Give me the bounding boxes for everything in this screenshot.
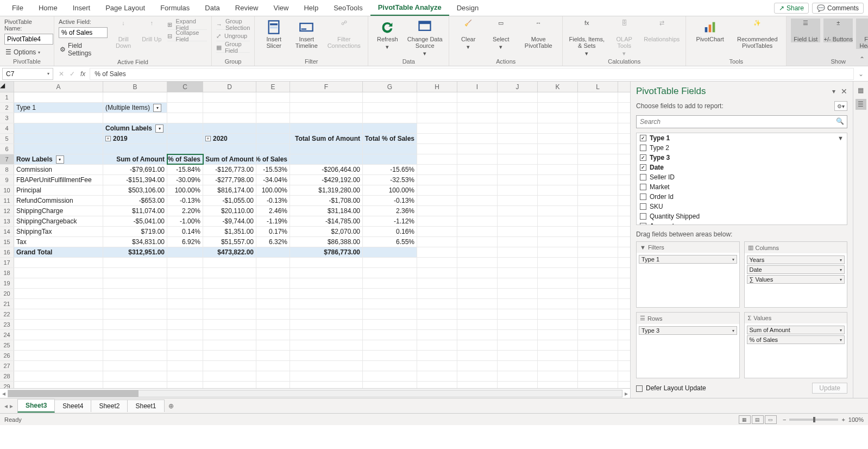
cell[interactable] [578,216,618,226]
col-header-J[interactable]: J [498,82,538,92]
cell[interactable] [14,320,103,329]
cell[interactable] [417,227,457,236]
col-header-I[interactable]: I [457,82,498,92]
cell[interactable] [538,154,578,164]
cell[interactable]: Sum of Amount [103,154,167,164]
cell[interactable]: -0.13% [363,196,417,205]
row-header[interactable]: 26 [0,351,14,360]
cell[interactable]: $1,319,280.00 [290,185,363,195]
cell[interactable] [538,237,578,247]
row-header[interactable]: 12 [0,206,14,216]
new-sheet-button[interactable]: ⊕ [164,400,178,412]
field-item[interactable]: Order Id [637,192,847,202]
cell[interactable] [167,123,203,133]
cell[interactable] [538,268,578,278]
worksheet-grid[interactable]: ◢ A B C D E F G H I J K L 12Type 1(Multi… [0,82,630,398]
cell[interactable]: $719.00 [103,227,167,236]
cell[interactable] [363,320,417,329]
cell[interactable] [498,299,538,309]
cell[interactable]: Commission [14,165,103,174]
cell[interactable] [167,351,203,360]
cell[interactable] [457,237,498,247]
row-header[interactable]: 3 [0,113,14,123]
cell[interactable] [578,382,618,388]
cell[interactable] [538,340,578,350]
cell[interactable] [256,278,290,288]
cell[interactable] [498,237,538,247]
defer-layout-checkbox[interactable]: Defer Layout Update [636,384,706,392]
field-pane-menu-icon[interactable]: ▾ [832,88,835,95]
tab-seotools[interactable]: SeoTools [326,1,370,15]
col-labels-dropdown[interactable]: ▾ [155,124,163,133]
share-button[interactable]: ↗Share [774,3,809,14]
field-pane-gear-button[interactable]: ⚙▾ [834,101,847,111]
cell[interactable] [203,340,256,350]
cell[interactable] [203,258,256,267]
cell[interactable] [457,309,498,319]
cell[interactable]: -0.13% [256,196,290,205]
cell[interactable]: -$653.00 [103,196,167,205]
cell[interactable] [578,361,618,371]
cell[interactable]: 2.46% [256,206,290,216]
field-filter-icon[interactable]: ▼ [838,135,844,141]
cell[interactable] [363,154,417,164]
checkbox-icon[interactable]: ✓ [640,223,646,225]
cell[interactable] [167,258,203,267]
cell[interactable]: Tax [14,237,103,247]
cell[interactable]: 2.20% [167,206,203,216]
row-header[interactable]: 11 [0,196,14,205]
cell[interactable] [363,258,417,267]
cell[interactable] [578,299,618,309]
row-header[interactable]: 24 [0,330,14,340]
sheet-nav-prev-icon[interactable]: ▸ [10,402,13,410]
sheet-tab-sheet2[interactable]: Sheet2 [91,400,128,412]
cell[interactable] [417,216,457,226]
field-item[interactable]: ✓Type 1▼ [637,133,847,143]
cancel-icon[interactable]: ✕ [59,70,64,78]
cell[interactable] [457,92,498,102]
cell[interactable] [498,103,538,113]
cell[interactable] [538,227,578,236]
row-header[interactable]: 16 [0,247,14,257]
cell[interactable] [578,258,618,267]
cell[interactable] [256,382,290,388]
cell[interactable] [498,309,538,319]
cell[interactable] [417,237,457,247]
cell[interactable] [203,320,256,329]
area-field-pill[interactable]: % of Sales▾ [747,335,845,344]
pivottable-name-input[interactable] [4,34,53,45]
values-area[interactable]: ΣValues Sum of Amount▾% of Sales▾ [744,312,848,378]
cell[interactable] [203,92,256,102]
field-search-input[interactable] [636,115,847,128]
cell[interactable] [538,196,578,205]
cell[interactable] [498,175,538,185]
cell[interactable] [363,371,417,381]
cell[interactable] [457,185,498,195]
cell[interactable] [498,216,538,226]
cell[interactable] [14,92,103,102]
cell[interactable] [578,123,618,133]
select-button[interactable]: ▭Select▾ [486,18,515,51]
zoom-out-button[interactable]: − [783,416,786,423]
cell[interactable] [167,382,203,388]
fields-items-sets-button[interactable]: fxFields, Items, & Sets▾ [567,18,606,57]
cell[interactable] [290,382,363,388]
formula-input[interactable] [90,68,854,80]
cell[interactable] [14,258,103,267]
cell[interactable] [578,144,618,154]
cell[interactable] [457,123,498,133]
cell[interactable] [363,309,417,319]
cell[interactable] [538,258,578,267]
cell[interactable] [538,113,578,123]
cell[interactable] [167,278,203,288]
cell[interactable] [167,340,203,350]
cell[interactable] [498,154,538,164]
cell[interactable] [457,382,498,388]
cell[interactable] [417,371,457,381]
cell[interactable] [538,382,578,388]
cell[interactable] [256,134,290,144]
cell[interactable] [14,351,103,360]
cell[interactable] [363,123,417,133]
expand-2019[interactable]: + [105,136,111,141]
cell[interactable] [203,371,256,381]
